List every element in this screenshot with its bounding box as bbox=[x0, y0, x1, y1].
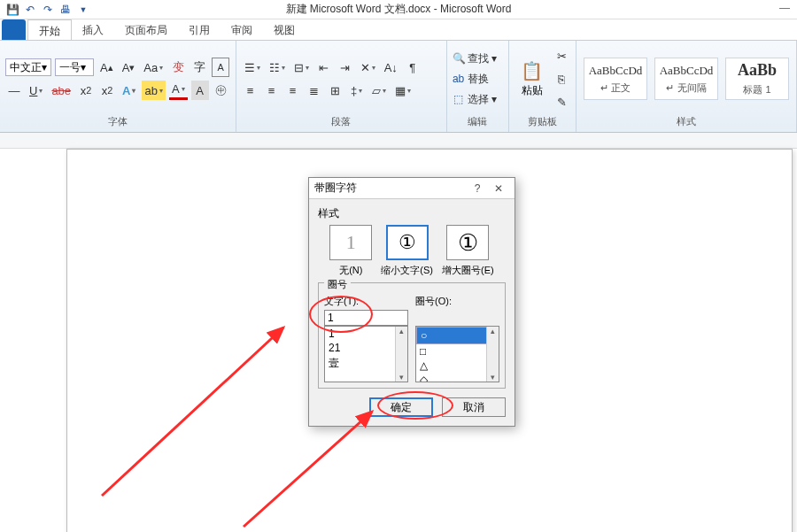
style-none-label: 无(N) bbox=[339, 264, 362, 277]
align-left-icon[interactable]: ≡ bbox=[242, 81, 259, 100]
bullet-list-icon[interactable]: ☰▾ bbox=[242, 58, 263, 77]
style-label: ↵ 正文 bbox=[600, 81, 631, 95]
grow-font-icon[interactable]: A▴ bbox=[97, 58, 116, 77]
group-label-editing: 编辑 bbox=[453, 113, 503, 130]
select-icon: ⬚ bbox=[453, 93, 465, 105]
shading-icon[interactable]: ▱▾ bbox=[369, 81, 389, 100]
text-input[interactable] bbox=[324, 310, 408, 326]
char-border-icon[interactable]: A bbox=[212, 58, 229, 77]
close-icon[interactable]: ✕ bbox=[488, 182, 509, 195]
paste-label: 粘贴 bbox=[522, 83, 543, 98]
char-shading-icon[interactable]: A bbox=[191, 81, 209, 100]
replace-button[interactable]: ab替换 bbox=[453, 72, 503, 87]
circle-field-label: 圈号(O): bbox=[415, 295, 499, 308]
show-marks-icon[interactable]: ¶ bbox=[404, 58, 422, 77]
minimize-icon[interactable]: — bbox=[779, 2, 790, 14]
increase-indent-icon[interactable]: ⇥ bbox=[337, 58, 354, 77]
align-right-icon[interactable]: ≡ bbox=[284, 81, 302, 100]
format-painter-icon[interactable]: ✎ bbox=[553, 92, 570, 112]
enclose-char-icon[interactable]: 字 bbox=[190, 58, 208, 77]
help-icon[interactable]: ? bbox=[467, 182, 488, 195]
group-styles: AaBbCcDd ↵ 正文 AaBbCcDd ↵ 无间隔 AaBb 标题 1 样… bbox=[576, 41, 797, 132]
font-color-icon[interactable]: A▾ bbox=[169, 81, 188, 100]
phonetic-guide-icon[interactable]: 变 bbox=[169, 58, 187, 77]
tab-layout[interactable]: 页面布局 bbox=[114, 19, 178, 40]
style-option-shrink[interactable]: ① 缩小文字(S) bbox=[381, 225, 433, 277]
strikethrough-icon[interactable]: abe bbox=[49, 81, 74, 100]
multilevel-list-icon[interactable]: ⊟▾ bbox=[291, 58, 312, 77]
ruler[interactable] bbox=[0, 133, 797, 149]
scrollbar[interactable]: ▴▾ bbox=[486, 327, 499, 382]
decrease-indent-icon[interactable]: ⇤ bbox=[315, 58, 333, 77]
line-spacing-icon[interactable]: ‡▾ bbox=[348, 81, 366, 100]
redo-icon[interactable]: ↷ bbox=[41, 3, 55, 17]
circle-listbox[interactable]: ○ □ △ ◇ ▴▾ bbox=[415, 326, 499, 382]
enclosed-char-icon[interactable]: ㊥ bbox=[213, 81, 230, 100]
group-label-paragraph: 段落 bbox=[242, 113, 441, 130]
tab-review[interactable]: 审阅 bbox=[221, 19, 263, 40]
quick-access-toolbar: 💾 ↶ ↷ 🖶 ▼ bbox=[0, 3, 96, 17]
qat-dropdown-icon[interactable]: ▼ bbox=[76, 3, 90, 17]
text-listbox[interactable]: 1 21 壹 ▴▾ bbox=[324, 326, 408, 382]
text-effects-icon[interactable]: A▾ bbox=[120, 81, 138, 100]
style-option-enlarge[interactable]: ① 增大圈号(E) bbox=[442, 225, 494, 277]
cut-icon[interactable]: ✂ bbox=[553, 46, 570, 66]
superscript-icon[interactable]: x2 bbox=[98, 81, 116, 100]
style-enlarge-label: 增大圈号(E) bbox=[442, 264, 494, 277]
style-enlarge-preview: ① bbox=[446, 225, 489, 260]
print-preview-icon[interactable]: 🖶 bbox=[58, 3, 73, 17]
group-font: 中文正▾ 一号▾ A▴ A▾ Aa▾ 变 字 A — U▾ abe x2 x2 … bbox=[0, 41, 236, 132]
style-normal[interactable]: AaBbCcDd ↵ 正文 bbox=[584, 58, 647, 100]
paste-button[interactable]: 📋 粘贴 bbox=[515, 60, 549, 98]
group-clipboard: 📋 粘贴 ✂ ⎘ ✎ 剪贴板 bbox=[509, 41, 576, 132]
style-shrink-label: 缩小文字(S) bbox=[381, 264, 433, 277]
justify-icon[interactable]: ≣ bbox=[306, 81, 323, 100]
replace-icon: ab bbox=[453, 73, 465, 85]
tab-references[interactable]: 引用 bbox=[178, 19, 221, 40]
subscript-icon[interactable]: x2 bbox=[77, 81, 95, 100]
group-label-styles: 样式 bbox=[582, 113, 791, 130]
tab-view[interactable]: 视图 bbox=[263, 19, 306, 40]
style-none-preview: 1 bbox=[329, 225, 372, 260]
undo-icon[interactable]: ↶ bbox=[23, 3, 37, 17]
align-center-icon[interactable]: ≡ bbox=[263, 81, 281, 100]
borders-icon[interactable]: ▦▾ bbox=[392, 81, 414, 100]
change-case-icon[interactable]: Aa▾ bbox=[141, 58, 166, 77]
tab-home[interactable]: 开始 bbox=[27, 19, 72, 40]
style-preview: AaBbCcDd bbox=[660, 64, 714, 78]
title-bar: 💾 ↶ ↷ 🖶 ▼ 新建 Microsoft Word 文档.docx - Mi… bbox=[0, 0, 797, 19]
find-button[interactable]: 🔍查找▾ bbox=[453, 51, 503, 66]
find-icon: 🔍 bbox=[453, 52, 465, 65]
paste-icon: 📋 bbox=[521, 60, 543, 81]
cancel-button[interactable]: 取消 bbox=[442, 397, 506, 417]
number-list-icon[interactable]: ☷▾ bbox=[267, 58, 288, 77]
shrink-font-icon[interactable]: A▾ bbox=[120, 58, 138, 77]
dialog-title: 带圈字符 bbox=[314, 181, 467, 196]
distributed-icon[interactable]: ⊞ bbox=[327, 81, 344, 100]
style-section-label: 样式 bbox=[318, 206, 506, 221]
font-size-select[interactable]: 一号▾ bbox=[55, 58, 94, 76]
style-preview: AaBb bbox=[738, 61, 777, 80]
style-nospacing[interactable]: AaBbCcDd ↵ 无间隔 bbox=[654, 58, 718, 100]
style-heading1[interactable]: AaBb 标题 1 bbox=[725, 58, 789, 100]
save-icon[interactable]: 💾 bbox=[5, 3, 19, 17]
sort-icon[interactable]: A↓ bbox=[382, 58, 400, 77]
file-tab[interactable] bbox=[2, 19, 26, 40]
ribbon-tabs: 开始 插入 页面布局 引用 审阅 视图 bbox=[0, 19, 797, 41]
style-options: 1 无(N) ① 缩小文字(S) ① 增大圈号(E) bbox=[318, 225, 506, 277]
font-name-select[interactable]: 中文正▾ bbox=[5, 58, 51, 76]
style-option-none[interactable]: 1 无(N) bbox=[329, 225, 372, 277]
highlight-icon[interactable]: ab▾ bbox=[142, 81, 165, 100]
group-paragraph: ☰▾ ☷▾ ⊟▾ ⇤ ⇥ ✕▾ A↓ ¶ ≡ ≡ ≡ ≣ ⊞ ‡▾ ▱▾ ▦▾ … bbox=[236, 41, 447, 132]
select-button[interactable]: ⬚选择▾ bbox=[453, 92, 503, 107]
window-title: 新建 Microsoft Word 文档.docx - Microsoft Wo… bbox=[286, 2, 512, 17]
tab-insert[interactable]: 插入 bbox=[72, 19, 114, 40]
scrollbar[interactable]: ▴▾ bbox=[395, 327, 407, 382]
copy-icon[interactable]: ⎘ bbox=[553, 69, 570, 89]
ok-button[interactable]: 确定 bbox=[369, 397, 433, 417]
bold-icon[interactable]: — bbox=[5, 81, 23, 100]
asian-layout-icon[interactable]: ✕▾ bbox=[358, 58, 378, 77]
underline-icon[interactable]: U▾ bbox=[27, 81, 45, 100]
group-label-clipboard: 剪贴板 bbox=[515, 113, 570, 130]
dialog-buttons: 确定 取消 bbox=[318, 397, 506, 417]
